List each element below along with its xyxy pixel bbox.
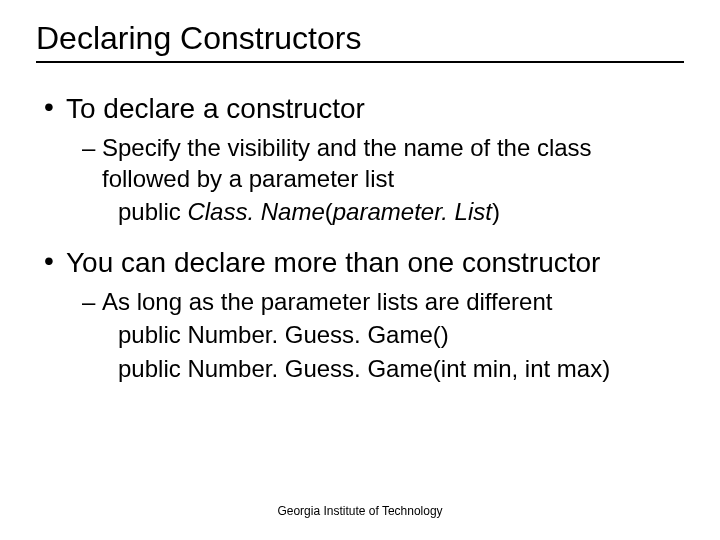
bullet-text: You can declare more than one constructo… xyxy=(66,245,684,280)
bullet-dot: • xyxy=(44,91,66,126)
code-line: public Class. Name(parameter. List) xyxy=(118,196,684,228)
bullet-dot: • xyxy=(44,245,66,280)
code-italic: parameter. List xyxy=(333,198,492,225)
bullet-text: To declare a constructor xyxy=(66,91,684,126)
slide-title: Declaring Constructors xyxy=(36,20,684,63)
bullet-dash: – xyxy=(82,286,102,317)
code-text: ) xyxy=(492,198,500,225)
bullet-level-2: – As long as the parameter lists are dif… xyxy=(82,286,684,317)
bullet-dash: – xyxy=(82,132,102,194)
code-text: ( xyxy=(325,198,333,225)
bullet-text: As long as the parameter lists are diffe… xyxy=(102,286,684,317)
footer-text: Georgia Institute of Technology xyxy=(0,504,720,518)
code-line: public Number. Guess. Game() xyxy=(118,319,684,351)
bullet-level-2: – Specify the visibility and the name of… xyxy=(82,132,684,194)
bullet-text: Specify the visibility and the name of t… xyxy=(102,132,684,194)
bullet-level-1: • To declare a constructor xyxy=(44,91,684,126)
code-italic: Class. Name xyxy=(187,198,324,225)
bullet-level-1: • You can declare more than one construc… xyxy=(44,245,684,280)
code-text: public xyxy=(118,198,187,225)
code-line: public Number. Guess. Game(int min, int … xyxy=(118,353,684,385)
